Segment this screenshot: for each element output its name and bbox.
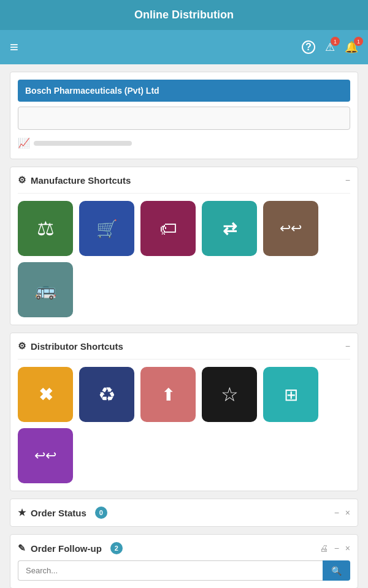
manufacture-collapse[interactable]: − bbox=[345, 175, 350, 185]
star-icon: ☆ bbox=[221, 383, 239, 406]
chart-row: 📈 bbox=[18, 135, 350, 151]
order-status-close[interactable]: × bbox=[345, 508, 350, 518]
distributor-controls: − bbox=[345, 341, 350, 351]
app-title: Online Distribution bbox=[134, 9, 234, 21]
order-status-minimize[interactable]: − bbox=[334, 508, 339, 518]
cancel-button[interactable]: ✖ bbox=[18, 367, 73, 422]
tag-button[interactable]: 🏷 bbox=[140, 201, 196, 256]
boxes-icon: ⊞ bbox=[284, 385, 298, 405]
chart-icon: 📈 bbox=[18, 137, 30, 149]
return-button[interactable]: ↩↩ bbox=[18, 428, 73, 483]
upload-icon: ⬆ bbox=[161, 385, 175, 405]
distributor-shortcuts-card: ⚙ Distributor Shortcuts − ✖ ♻ ⬆ ☆ bbox=[10, 333, 358, 491]
followup-title-text: Order Follow-up bbox=[31, 543, 102, 554]
followup-close[interactable]: × bbox=[345, 543, 350, 553]
app-header: Online Distribution bbox=[0, 0, 368, 30]
transfer-button[interactable]: ⇄ bbox=[202, 201, 257, 256]
order-status-title: ★ Order Status 0 bbox=[18, 507, 107, 519]
scale-button[interactable]: ⚖ bbox=[18, 201, 73, 256]
followup-badge: 2 bbox=[110, 542, 123, 554]
cancel-icon: ✖ bbox=[39, 385, 53, 405]
company-dropdown-wrapper: Bosch Pharmaceuticals (Pvt) Ltd bbox=[18, 80, 350, 102]
help-icon: ? bbox=[302, 40, 315, 54]
company-card: Bosch Pharmaceuticals (Pvt) Ltd 📈 bbox=[10, 72, 358, 159]
order-status-star-icon: ★ bbox=[18, 507, 26, 518]
manufacture-controls: − bbox=[345, 175, 350, 185]
bus-button[interactable]: 🚌 bbox=[18, 262, 73, 317]
manufacture-title: ⚙ Manufacture Shortcuts bbox=[18, 175, 131, 186]
followup-search-input[interactable] bbox=[18, 560, 323, 581]
manufacture-grid: ⚖ 🛒 🏷 ⇄ ↩↩ 🚌 bbox=[18, 201, 350, 317]
followup-minimize[interactable]: − bbox=[334, 543, 339, 553]
order-status-controls: − × bbox=[334, 508, 350, 518]
company-select[interactable]: Bosch Pharmaceuticals (Pvt) Ltd bbox=[18, 80, 350, 102]
boxes-button[interactable]: ⊞ bbox=[263, 367, 318, 422]
followup-header: ✎ Order Follow-up 2 🖨 − × bbox=[18, 542, 350, 554]
main-content: Bosch Pharmaceuticals (Pvt) Ltd 📈 ⚙ Manu… bbox=[0, 64, 368, 588]
warning-button[interactable]: ⚠ 1 bbox=[325, 40, 335, 54]
followup-controls: 🖨 − × bbox=[320, 543, 350, 553]
undo-icon: ↩↩ bbox=[280, 221, 302, 236]
recycle-button[interactable]: ♻ bbox=[79, 367, 134, 422]
order-status-badge: 0 bbox=[95, 507, 107, 519]
order-status-header: ★ Order Status 0 − × bbox=[18, 507, 350, 519]
cart-icon: 🛒 bbox=[96, 219, 118, 239]
order-status-title-text: Order Status bbox=[31, 508, 86, 518]
transfer-icon: ⇄ bbox=[223, 219, 237, 239]
nav-actions: ? ⚠ 1 🔔 1 bbox=[302, 40, 358, 54]
upload-button[interactable]: ⬆ bbox=[140, 367, 196, 422]
distributor-grid: ✖ ♻ ⬆ ☆ ⊞ ↩↩ bbox=[18, 367, 350, 483]
help-button[interactable]: ? bbox=[302, 40, 315, 54]
distributor-header: ⚙ Distributor Shortcuts − bbox=[18, 341, 350, 360]
followup-title: ✎ Order Follow-up 2 bbox=[18, 542, 123, 554]
distributor-collapse[interactable]: − bbox=[345, 341, 350, 351]
search-icon: 🔍 bbox=[331, 566, 342, 576]
hamburger-icon bbox=[10, 40, 18, 55]
chart-bar bbox=[34, 141, 132, 146]
manufacture-header: ⚙ Manufacture Shortcuts − bbox=[18, 175, 350, 194]
followup-search-button[interactable]: 🔍 bbox=[323, 560, 350, 581]
star-button[interactable]: ☆ bbox=[202, 367, 257, 422]
secondary-select[interactable] bbox=[18, 107, 350, 130]
menu-button[interactable] bbox=[10, 39, 18, 56]
tag-icon: 🏷 bbox=[159, 219, 177, 239]
notification-button[interactable]: 🔔 1 bbox=[345, 40, 358, 54]
followup-edit-icon: ✎ bbox=[18, 543, 26, 554]
bus-icon: 🚌 bbox=[35, 280, 56, 300]
recycle-icon: ♻ bbox=[98, 383, 116, 406]
order-followup-card: ✎ Order Follow-up 2 🖨 − × 🔍 bbox=[10, 534, 358, 588]
nav-bar: ? ⚠ 1 🔔 1 bbox=[0, 30, 368, 64]
manufacture-shortcuts-card: ⚙ Manufacture Shortcuts − ⚖ 🛒 🏷 ⇄ bbox=[10, 167, 358, 325]
warning-badge: 1 bbox=[331, 37, 340, 46]
distributor-title-text: Distributor Shortcuts bbox=[31, 341, 123, 352]
distributor-title: ⚙ Distributor Shortcuts bbox=[18, 341, 123, 352]
distributor-gear-icon: ⚙ bbox=[18, 341, 26, 352]
followup-search-row: 🔍 bbox=[18, 560, 350, 581]
cart-button[interactable]: 🛒 bbox=[79, 201, 134, 256]
secondary-dropdown-wrapper bbox=[18, 107, 350, 130]
order-status-card: ★ Order Status 0 − × bbox=[10, 499, 358, 527]
undo-button[interactable]: ↩↩ bbox=[263, 201, 318, 256]
followup-print-button[interactable]: 🖨 bbox=[320, 543, 328, 553]
return-icon: ↩↩ bbox=[34, 448, 56, 464]
bell-badge: 1 bbox=[354, 37, 363, 46]
scale-icon: ⚖ bbox=[37, 217, 55, 240]
gear-icon: ⚙ bbox=[18, 175, 26, 186]
manufacture-title-text: Manufacture Shortcuts bbox=[31, 175, 131, 186]
